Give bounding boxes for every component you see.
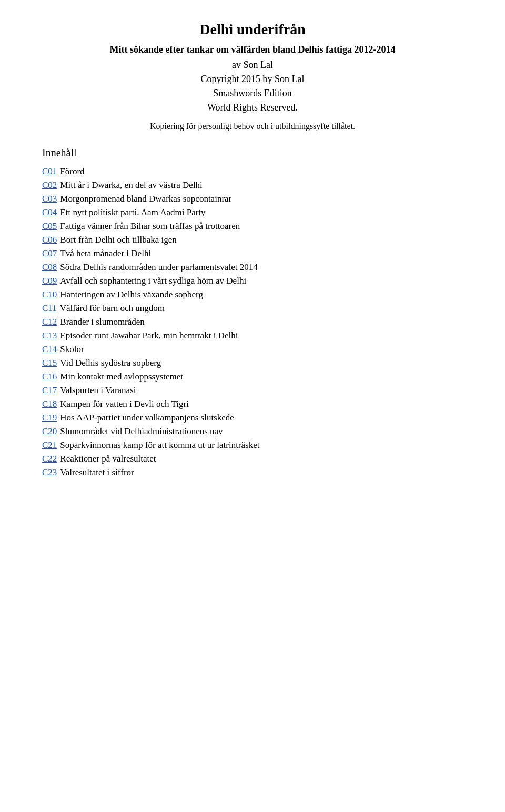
toc-link-c03[interactable]: C03 [42,194,57,204]
toc-item-text: Valresultatet i siffror [60,467,134,478]
list-item: C19Hos AAP-partiet under valkampanjens s… [42,413,463,423]
toc-item-text: Avfall och sophantering i vårt sydliga h… [60,276,246,286]
toc-link-c23[interactable]: C23 [42,467,57,478]
toc-link-c22[interactable]: C22 [42,454,57,464]
toc-link-c09[interactable]: C09 [42,276,57,286]
toc-header: Innehåll [42,147,463,159]
toc-item-text: Slumområdet vid Delhiadministrationens n… [60,426,223,437]
toc-item-text: Södra Delhis randområden under parlament… [60,262,257,273]
toc-link-c04[interactable]: C04 [42,207,57,218]
toc-link-c17[interactable]: C17 [42,385,57,396]
toc-item-text: Mitt år i Dwarka, en del av västra Delhi [60,180,203,191]
toc-item-text: Fattiga vänner från Bihar som träffas på… [60,221,240,232]
toc-link-c21[interactable]: C21 [42,440,57,450]
toc-link-c05[interactable]: C05 [42,221,57,232]
subtitle: Mitt sökande efter tankar om välfärden b… [42,44,463,55]
toc-link-c15[interactable]: C15 [42,358,57,368]
list-item: C03Morgonpromenad bland Dwarkas sopconta… [42,194,463,204]
toc-item-text: Bort från Delhi och tillbaka igen [60,235,176,245]
toc-link-c18[interactable]: C18 [42,399,57,409]
rights: World Rights Reserved. [42,102,463,113]
page-header: Delhi underifrån Mitt sökande efter tank… [42,21,463,131]
list-item: C08Södra Delhis randområden under parlam… [42,262,463,273]
toc-link-c13[interactable]: C13 [42,330,57,341]
toc-item-text: Valspurten i Varanasi [60,385,136,396]
list-item: C15Vid Delhis sydöstra sopberg [42,358,463,368]
toc-item-text: Episoder runt Jawahar Park, min hemtrakt… [60,330,238,341]
toc-link-c01[interactable]: C01 [42,166,57,177]
list-item: C11Välfärd för barn och ungdom [42,303,463,314]
toc-item-text: Skolor [60,344,84,355]
list-item: C09Avfall och sophantering i vårt sydlig… [42,276,463,286]
toc-item-text: Kampen för vatten i Devli och Tigri [60,399,189,409]
list-item: C21Soparkvinnornas kamp för att komma ut… [42,440,463,450]
list-item: C17Valspurten i Varanasi [42,385,463,396]
toc-link-c10[interactable]: C10 [42,289,57,300]
list-item: C13Episoder runt Jawahar Park, min hemtr… [42,330,463,341]
copyright: Copyright 2015 by Son Lal [42,74,463,85]
toc-item-text: Bränder i slumområden [60,317,145,327]
list-item: C23Valresultatet i siffror [42,467,463,478]
toc-item-text: Två heta månader i Delhi [60,248,151,259]
list-item: C18Kampen för vatten i Devli och Tigri [42,399,463,409]
toc-link-c19[interactable]: C19 [42,413,57,423]
toc-link-c02[interactable]: C02 [42,180,57,191]
list-item: C02Mitt år i Dwarka, en del av västra De… [42,180,463,191]
toc-list: C01FörordC02Mitt år i Dwarka, en del av … [42,166,463,478]
list-item: C22Reaktioner på valresultatet [42,454,463,464]
author: av Son Lal [42,59,463,71]
kopiering: Kopiering för personligt behov och i utb… [42,122,463,131]
toc-link-c06[interactable]: C06 [42,235,57,245]
toc-item-text: Hanteringen av Delhis växande sopberg [60,289,203,300]
toc-item-text: Förord [60,166,84,177]
table-of-contents: Innehåll C01FörordC02Mitt år i Dwarka, e… [42,147,463,478]
list-item: C14Skolor [42,344,463,355]
list-item: C05Fattiga vänner från Bihar som träffas… [42,221,463,232]
list-item: C04Ett nytt politiskt parti. Aam Aadmi P… [42,207,463,218]
list-item: C01Förord [42,166,463,177]
toc-link-c07[interactable]: C07 [42,248,57,259]
list-item: C20Slumområdet vid Delhiadministrationen… [42,426,463,437]
toc-item-text: Hos AAP-partiet under valkampanjens slut… [60,413,234,423]
toc-link-c16[interactable]: C16 [42,372,57,382]
toc-item-text: Min kontakt med avloppssystemet [60,372,183,382]
toc-link-c12[interactable]: C12 [42,317,57,327]
main-title: Delhi underifrån [42,21,463,38]
toc-item-text: Vid Delhis sydöstra sopberg [60,358,161,368]
toc-link-c11[interactable]: C11 [42,303,57,314]
toc-link-c14[interactable]: C14 [42,344,57,355]
toc-link-c08[interactable]: C08 [42,262,57,273]
list-item: C12Bränder i slumområden [42,317,463,327]
toc-item-text: Reaktioner på valresultatet [60,454,156,464]
toc-item-text: Morgonpromenad bland Dwarkas sopcontainr… [60,194,231,204]
toc-link-c20[interactable]: C20 [42,426,57,437]
toc-item-text: Ett nytt politiskt parti. Aam Aadmi Part… [60,207,205,218]
edition: Smashwords Edition [42,88,463,99]
list-item: C06Bort från Delhi och tillbaka igen [42,235,463,245]
toc-item-text: Välfärd för barn och ungdom [60,303,165,314]
list-item: C10Hanteringen av Delhis växande sopberg [42,289,463,300]
list-item: C07Två heta månader i Delhi [42,248,463,259]
list-item: C16Min kontakt med avloppssystemet [42,372,463,382]
toc-item-text: Soparkvinnornas kamp för att komma ut ur… [60,440,259,450]
